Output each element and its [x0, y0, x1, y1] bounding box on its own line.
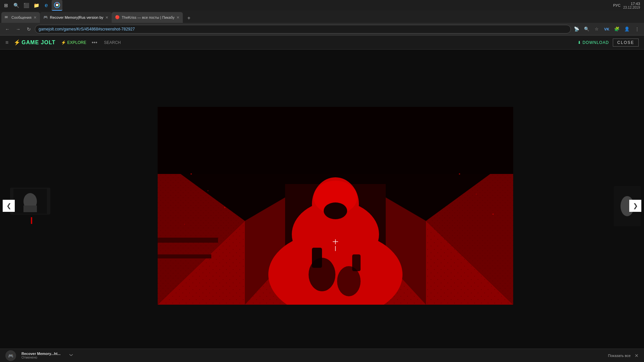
system-tray-lang: РУС: [613, 3, 621, 7]
main-screenshot-area: Поддержите проект. Карта: 4090 4943 1762…: [158, 107, 513, 305]
notif-subtitle: Отменено: [21, 356, 61, 359]
svg-point-52: [492, 214, 494, 215]
svg-point-1: [56, 4, 58, 6]
profile-icon[interactable]: 👤: [623, 25, 631, 34]
tab-recover-title: Recover Memory|Rus version by: [50, 15, 103, 19]
chrome-icon[interactable]: [52, 0, 62, 11]
browser-ext-icon[interactable]: 🧩: [612, 25, 621, 34]
hamburger-menu-icon[interactable]: ≡: [5, 40, 8, 46]
notif-collapse-icon[interactable]: [69, 353, 73, 359]
reload-button[interactable]: ↻: [24, 24, 34, 34]
tab-messages[interactable]: ✉ Сообщения ✕: [1, 12, 40, 23]
svg-point-46: [191, 173, 192, 175]
explore-button[interactable]: ⚡ EXPLORE: [61, 40, 87, 45]
prev-arrow[interactable]: ❮: [3, 200, 15, 212]
clock-date: 23.12.2019: [623, 6, 640, 9]
page-content: ≡ ⚡ GAME JOLT ⚡ EXPLORE ••• SEARCH ⬇ DOW…: [0, 36, 644, 362]
svg-rect-25: [312, 248, 322, 268]
tab-pikabu-favicon: 🔴: [115, 15, 120, 20]
cast-icon[interactable]: 📡: [572, 25, 581, 34]
forward-button[interactable]: →: [13, 24, 23, 34]
next-arrow[interactable]: ❯: [629, 200, 641, 212]
file-explorer-icon[interactable]: 📁: [32, 1, 41, 10]
screenshot-viewer: ❮: [0, 50, 644, 362]
notif-title: Recover Memory...ht...: [21, 352, 61, 356]
explore-icon: ⚡: [61, 40, 66, 45]
new-tab-button[interactable]: +: [184, 13, 194, 23]
active-indicator: [31, 217, 32, 224]
address-bar[interactable]: gamejolt.com/games/KrS/454868#screenshot…: [35, 25, 571, 34]
svg-rect-12: [158, 107, 513, 174]
next-arrow-icon: ❯: [633, 202, 638, 209]
taskbar-right: РУС 17:43 23.12.2019: [613, 2, 644, 9]
thumb-inner-1: [10, 188, 50, 215]
tab-bar: ✉ Сообщения ✕ 🎮 Recover Memory|Rus versi…: [0, 11, 644, 23]
game-screenshot: Поддержите проект. Карта: 4090 4943 1762…: [158, 107, 513, 305]
start-button[interactable]: ⊞: [1, 1, 11, 10]
taskbar-left: ⊞ 🔍 ⬛ 📁 e: [0, 0, 62, 11]
download-button[interactable]: ⬇ DOWNLOAD: [578, 40, 609, 45]
svg-text:🎮: 🎮: [8, 353, 14, 359]
nav-bar: ← → ↻ gamejolt.com/games/KrS/454868#scre…: [0, 23, 644, 36]
thumbnail-left-1[interactable]: [10, 188, 50, 215]
prev-arrow-icon: ❮: [6, 202, 11, 209]
notification-bar: 🎮 Recover Memory...ht... Отменено Показа…: [0, 349, 644, 362]
task-view-icon[interactable]: ⬛: [21, 1, 31, 10]
tab-pikabu-close[interactable]: ✕: [176, 15, 179, 20]
nav-icons-right: 📡 🔍 ☆ VK 🧩 👤 ⋮: [572, 25, 641, 34]
svg-rect-26: [352, 254, 361, 271]
svg-point-22: [324, 202, 347, 219]
browser-window: ✉ Сообщения ✕ 🎮 Recover Memory|Rus versi…: [0, 11, 644, 362]
vk-icon[interactable]: VK: [602, 25, 611, 34]
dismiss-notification-icon[interactable]: ✕: [635, 353, 639, 358]
svg-rect-17: [158, 254, 211, 258]
tab-recover-close[interactable]: ✕: [105, 15, 108, 20]
svg-point-48: [224, 207, 225, 208]
download-label: DOWNLOAD: [583, 40, 609, 45]
tab-messages-title: Сообщения: [11, 15, 32, 19]
menu-dots-icon[interactable]: ⋮: [633, 25, 641, 34]
gamejolt-logo: ⚡ GAME JOLT: [14, 39, 55, 46]
search-nav-icon[interactable]: 🔍: [582, 25, 591, 34]
tab-recover-favicon: 🎮: [43, 15, 48, 20]
bookmark-icon[interactable]: ☆: [592, 25, 601, 34]
notif-content: Recover Memory...ht... Отменено: [21, 352, 61, 359]
system-clock: 17:43 23.12.2019: [623, 2, 640, 9]
svg-rect-4: [23, 205, 37, 212]
notif-icon: 🎮: [5, 350, 16, 361]
tab-pikabu[interactable]: 🔴 TheKriss — все посты | Пикабу ✕: [112, 12, 183, 23]
tab-messages-close[interactable]: ✕: [34, 15, 37, 20]
header-right-actions: ⬇ DOWNLOAD CLOSE: [578, 39, 639, 47]
taskbar: ⊞ 🔍 ⬛ 📁 e РУС 17:43 23.12.2019: [0, 0, 644, 11]
tab-recover-memory[interactable]: 🎮 Recover Memory|Rus version by ✕: [40, 12, 112, 23]
more-options-icon[interactable]: •••: [92, 40, 97, 46]
back-button[interactable]: ←: [3, 24, 12, 34]
svg-point-49: [184, 224, 185, 225]
explore-label: EXPLORE: [67, 40, 87, 45]
svg-point-51: [476, 194, 477, 195]
svg-point-47: [208, 190, 209, 191]
edge-browser-icon[interactable]: e: [42, 1, 51, 10]
show-all-button[interactable]: Показать все: [608, 354, 631, 358]
address-text: gamejolt.com/games/KrS/454868#screenshot…: [39, 27, 135, 32]
gamejolt-logo-text: GAME JOLT: [21, 40, 55, 46]
gamejolt-header: ≡ ⚡ GAME JOLT ⚡ EXPLORE ••• SEARCH ⬇ DOW…: [0, 36, 644, 50]
tab-messages-favicon: ✉: [5, 15, 9, 20]
search-label[interactable]: SEARCH: [104, 40, 121, 45]
search-taskbar-icon[interactable]: 🔍: [11, 1, 21, 10]
download-icon: ⬇: [578, 40, 581, 45]
notif-right-actions: Показать все ✕: [608, 353, 639, 358]
tab-pikabu-title: TheKriss — все посты | Пикабу: [122, 15, 174, 19]
svg-point-50: [459, 173, 460, 175]
clock-time: 17:43: [623, 2, 640, 6]
svg-rect-16: [158, 238, 218, 243]
close-button[interactable]: CLOSE: [613, 39, 639, 47]
